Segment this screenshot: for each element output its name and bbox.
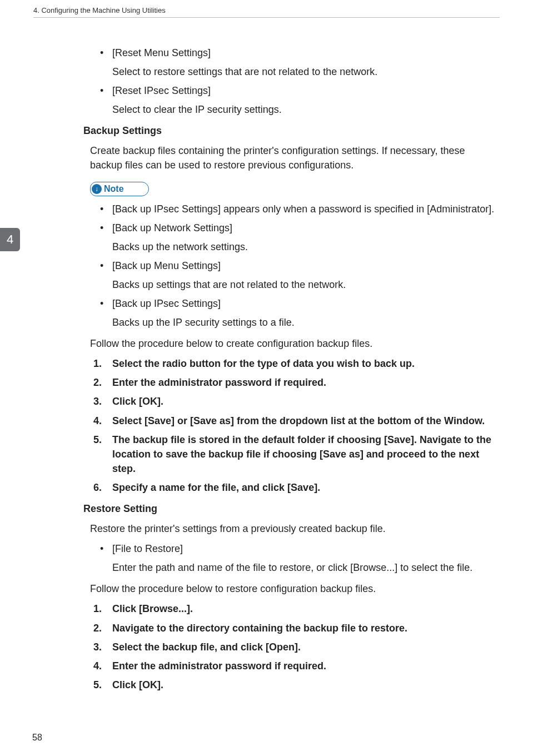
- step-item: Select [Save] or [Save as] from the drop…: [93, 414, 500, 428]
- note-icon: ↓: [92, 184, 102, 194]
- backup-ipsec-desc: Backs up the IP security settings to a f…: [112, 315, 500, 330]
- step-item: Enter the administrator password if requ…: [93, 659, 500, 673]
- reset-ipsec-desc: Select to clear the IP security settings…: [112, 102, 500, 117]
- backup-menu-label: [Back up Menu Settings]: [112, 258, 500, 273]
- list-item: [Reset Menu Settings] Select to restore …: [100, 46, 500, 79]
- backup-follow: Follow the procedure below to create con…: [90, 336, 500, 351]
- step-item: Enter the administrator password if requ…: [93, 375, 500, 390]
- backup-heading: Backup Settings: [83, 123, 500, 138]
- page-number: 58: [32, 731, 42, 744]
- running-header: 4. Configuring the Machine Using Utiliti…: [33, 6, 500, 18]
- list-item: [Reset IPsec Settings] Select to clear t…: [100, 83, 500, 117]
- step-item: Navigate to the directory containing the…: [93, 621, 500, 635]
- list-item: [Back up IPsec Settings] Backs up the IP…: [100, 296, 500, 330]
- step-item: Specify a name for the file, and click […: [93, 480, 500, 495]
- backup-steps: Select the radio button for the type of …: [93, 356, 500, 495]
- backup-menu-desc: Backs up settings that are not related t…: [112, 277, 500, 292]
- step-item: Select the radio button for the type of …: [93, 356, 500, 371]
- restore-heading: Restore Setting: [83, 501, 500, 516]
- restore-list: [File to Restore] Enter the path and nam…: [100, 541, 500, 575]
- body-content: [Reset Menu Settings] Select to restore …: [83, 46, 500, 692]
- reset-ipsec-label: [Reset IPsec Settings]: [112, 83, 500, 98]
- backup-note-list: [Back up IPsec Settings] appears only wh…: [100, 202, 500, 330]
- step-item: Click [Browse...].: [93, 601, 500, 616]
- file-to-restore-desc: Enter the path and name of the file to r…: [112, 560, 500, 575]
- step-item: Select the backup file, and click [Open]…: [93, 640, 500, 654]
- page: 4. Configuring the Machine Using Utiliti…: [0, 0, 533, 756]
- note-container: ↓ Note: [90, 178, 500, 202]
- note-badge: ↓ Note: [90, 182, 149, 196]
- list-item: [Back up IPsec Settings] appears only wh…: [100, 202, 500, 216]
- backup-ipsec-label: [Back up IPsec Settings]: [112, 296, 500, 311]
- backup-network-label: [Back up Network Settings]: [112, 221, 500, 235]
- restore-follow: Follow the procedure below to restore co…: [90, 581, 500, 596]
- chapter-tab: 4: [0, 228, 20, 251]
- backup-network-desc: Backs up the network settings.: [112, 240, 500, 254]
- arrow-down-icon: ↓: [95, 186, 98, 192]
- list-item: [File to Restore] Enter the path and nam…: [100, 541, 500, 575]
- reset-menu-desc: Select to restore settings that are not …: [112, 64, 500, 79]
- note-item-1: [Back up IPsec Settings] appears only wh…: [112, 202, 500, 216]
- list-item: [Back up Network Settings] Backs up the …: [100, 221, 500, 254]
- list-item: [Back up Menu Settings] Backs up setting…: [100, 258, 500, 292]
- step-item: Click [OK].: [93, 678, 500, 692]
- step-item: The backup file is stored in the default…: [93, 432, 500, 476]
- reset-menu-label: [Reset Menu Settings]: [112, 46, 500, 60]
- note-label: Note: [104, 182, 124, 195]
- restore-steps: Click [Browse...]. Navigate to the direc…: [93, 601, 500, 692]
- backup-intro: Create backup files containing the print…: [90, 143, 500, 172]
- step-item: Click [OK].: [93, 394, 500, 409]
- reset-list: [Reset Menu Settings] Select to restore …: [100, 46, 500, 117]
- restore-intro: Restore the printer's settings from a pr…: [90, 521, 500, 536]
- file-to-restore-label: [File to Restore]: [112, 541, 500, 556]
